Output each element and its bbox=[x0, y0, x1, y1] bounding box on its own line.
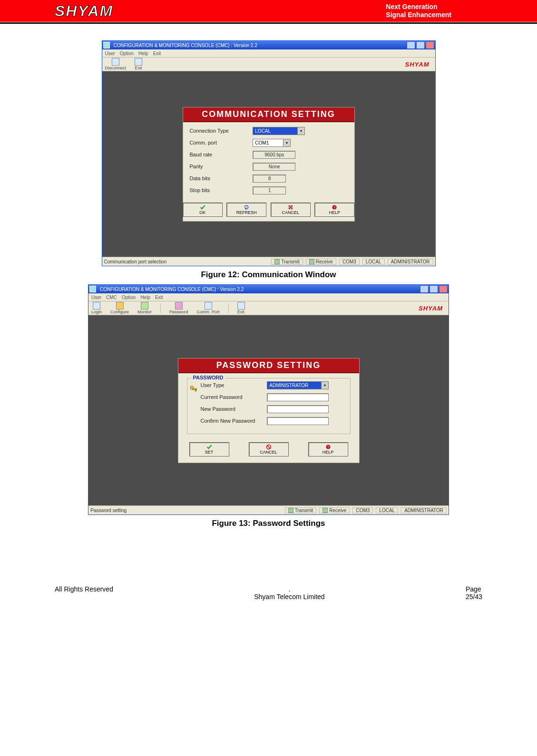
minimize-button[interactable] bbox=[420, 285, 429, 293]
label-baud-rate: Baud rate bbox=[190, 152, 253, 157]
new-password-input[interactable] bbox=[267, 405, 329, 413]
tool-bar: Login Configure Monitor Password Comm. P… bbox=[88, 301, 449, 315]
menu-user[interactable]: User bbox=[105, 51, 115, 56]
footer-company: Shyam Telecom Limited bbox=[254, 593, 324, 601]
toolbar-disconnect-label: Disconnect bbox=[105, 66, 127, 70]
toolbar-exit-label: Exit bbox=[237, 310, 244, 314]
menu-help[interactable]: Help bbox=[138, 51, 148, 56]
help-label: HELP bbox=[329, 210, 340, 215]
chevron-down-icon: ▾ bbox=[297, 127, 304, 135]
tool-bar: Disconnect Exit SHYAM bbox=[102, 58, 435, 71]
brand-logo: SHYAM bbox=[55, 2, 113, 20]
menu-exit[interactable]: Exit bbox=[155, 295, 163, 300]
dialog-title: COMMUNICATION SETTING bbox=[183, 107, 354, 122]
exit-icon bbox=[135, 58, 142, 66]
help-label: HELP bbox=[322, 450, 334, 455]
toolbar-monitor[interactable]: Monitor bbox=[137, 302, 152, 314]
status-port: COM3 bbox=[352, 507, 373, 514]
menu-option[interactable]: Option bbox=[120, 51, 134, 56]
comm-port-icon bbox=[205, 302, 212, 310]
disconnect-icon bbox=[112, 58, 119, 66]
cancel-icon bbox=[288, 204, 293, 210]
help-button[interactable]: ? HELP bbox=[309, 443, 348, 456]
window-titlebar: CONFIGURATION & MONITORING CONSOLE (CMC)… bbox=[102, 41, 435, 49]
toolbar-login[interactable]: Login bbox=[91, 302, 102, 314]
tagline-2: Signal Enhancement bbox=[386, 11, 451, 19]
status-user: ADMINISTRATOR bbox=[401, 507, 447, 514]
stop-bits-field: 1 bbox=[253, 186, 286, 194]
toolbar-comm-port[interactable]: Comm. Port bbox=[197, 302, 220, 314]
toolbar-monitor-label: Monitor bbox=[137, 310, 152, 314]
app-brand-logo: SHYAM bbox=[405, 61, 432, 68]
help-icon: ? bbox=[325, 444, 331, 450]
check-icon bbox=[206, 444, 212, 450]
menu-bar: User CMC Option Help Exit bbox=[88, 293, 449, 301]
comm-port-combo[interactable]: COM1 ▾ bbox=[253, 139, 291, 147]
dialog-title: PASSWORD SETTING bbox=[178, 359, 359, 373]
menu-cmc[interactable]: CMC bbox=[106, 295, 117, 300]
status-transmit: Transmit bbox=[285, 507, 317, 514]
led-icon bbox=[274, 259, 280, 264]
status-text: Communication port selection bbox=[104, 259, 167, 264]
app-brand-logo: SHYAM bbox=[419, 305, 446, 312]
toolbar-disconnect[interactable]: Disconnect bbox=[105, 58, 127, 70]
toolbar-exit[interactable]: Exit bbox=[135, 58, 142, 70]
refresh-button[interactable]: REFRESH bbox=[227, 203, 266, 216]
chevron-down-icon: ▾ bbox=[321, 382, 328, 389]
configure-icon bbox=[116, 302, 124, 310]
led-icon bbox=[309, 259, 314, 264]
user-type-value: ADMINISTRATOR bbox=[269, 383, 308, 388]
label-parity: Parity bbox=[190, 164, 253, 169]
ok-button[interactable]: OK bbox=[183, 203, 222, 216]
close-button[interactable] bbox=[439, 285, 448, 293]
window-title: CONFIGURATION & MONITORING CONSOLE (CMC)… bbox=[114, 43, 257, 48]
screenshot-password-window: CONFIGURATION & MONITORING CONSOLE (CMC)… bbox=[88, 284, 449, 515]
toolbar-login-label: Login bbox=[91, 310, 102, 314]
cancel-label: CANCEL bbox=[260, 450, 277, 455]
maximize-button[interactable] bbox=[430, 285, 438, 293]
app-icon bbox=[103, 42, 110, 48]
connection-type-combo[interactable]: LOCAL ▾ bbox=[253, 127, 305, 135]
toolbar-configure[interactable]: Configure bbox=[110, 302, 129, 314]
label-data-bits: Data bits bbox=[190, 175, 253, 181]
set-button[interactable]: SET bbox=[190, 443, 229, 456]
workspace: COMMUNICATION SETTING Connection Type LO… bbox=[102, 71, 435, 257]
toolbar-password[interactable]: Password bbox=[169, 302, 188, 314]
brand-tagline: Next Generation Signal Enhancement bbox=[386, 3, 532, 19]
maximize-button[interactable] bbox=[416, 41, 425, 49]
footer-dot: . bbox=[289, 585, 291, 593]
menu-user[interactable]: User bbox=[91, 295, 101, 300]
status-bar: Password setting Transmit Receive COM3 L… bbox=[88, 505, 449, 514]
svg-text:?: ? bbox=[333, 205, 335, 210]
cancel-button[interactable]: CANCEL bbox=[271, 203, 310, 216]
communication-setting-dialog: COMMUNICATION SETTING Connection Type LO… bbox=[183, 107, 355, 222]
label-current-password: Current Password bbox=[201, 394, 267, 400]
status-bar: Communication port selection Transmit Re… bbox=[102, 257, 435, 266]
menu-option[interactable]: Option bbox=[122, 295, 136, 300]
status-transmit: Transmit bbox=[271, 259, 303, 265]
toolbar-password-label: Password bbox=[169, 310, 188, 314]
current-password-input[interactable] bbox=[267, 393, 329, 401]
help-button[interactable]: ? HELP bbox=[315, 203, 354, 216]
refresh-icon bbox=[244, 204, 249, 210]
led-icon bbox=[288, 508, 293, 513]
data-bits-field: 8 bbox=[253, 174, 286, 183]
footer-page-label: Page bbox=[466, 585, 481, 593]
toolbar-exit[interactable]: Exit bbox=[237, 302, 245, 314]
menu-exit[interactable]: Exit bbox=[153, 51, 161, 56]
cancel-label: CANCEL bbox=[282, 210, 299, 215]
close-button[interactable] bbox=[426, 41, 434, 49]
confirm-password-input[interactable] bbox=[267, 417, 329, 425]
label-comm-port: Comm. port bbox=[190, 140, 253, 145]
menu-help[interactable]: Help bbox=[140, 295, 150, 300]
status-port: COM3 bbox=[339, 259, 360, 265]
app-icon bbox=[89, 286, 96, 292]
footer-page-number: 25/43 bbox=[466, 593, 482, 601]
exit-icon bbox=[237, 302, 245, 310]
minimize-button[interactable] bbox=[407, 41, 415, 49]
key-icon bbox=[189, 385, 198, 394]
user-type-combo[interactable]: ADMINISTRATOR ▾ bbox=[267, 381, 329, 389]
label-confirm-password: Confirm New Password bbox=[201, 418, 267, 424]
page-footer: All Rights Reserved . Shyam Telecom Limi… bbox=[0, 585, 537, 615]
cancel-button[interactable]: CANCEL bbox=[249, 443, 288, 456]
